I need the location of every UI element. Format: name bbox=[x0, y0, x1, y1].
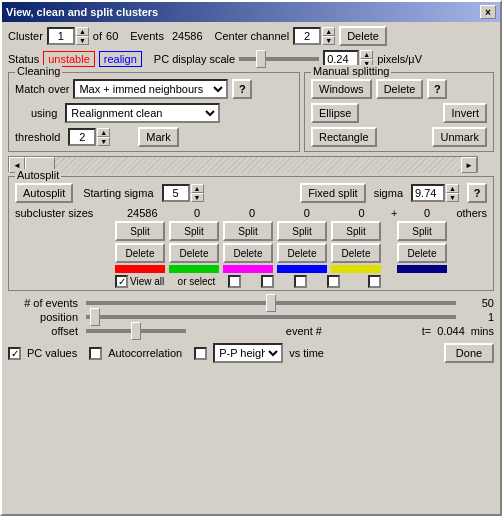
select-checkbox-0[interactable] bbox=[228, 275, 241, 288]
split-button-5[interactable]: Split bbox=[397, 221, 447, 241]
pp-height-checkbox[interactable] bbox=[194, 347, 207, 360]
using-label: using bbox=[31, 107, 57, 119]
ellipse-button[interactable]: Ellipse bbox=[311, 103, 359, 123]
autosplit-controls-row: Autosplit Starting sigma ▲ ▼ Fixed split… bbox=[15, 183, 487, 203]
delete-button-0[interactable]: Delete bbox=[115, 243, 165, 263]
ms-delete-button[interactable]: Delete bbox=[376, 79, 424, 99]
using-select[interactable]: Realignment clean Template clean No clea… bbox=[65, 103, 220, 123]
center-channel-spin-down[interactable]: ▼ bbox=[322, 36, 335, 45]
autosplit-help-button[interactable]: ? bbox=[467, 183, 487, 203]
sigma-spin-buttons: ▲ ▼ bbox=[446, 184, 459, 202]
window-title: View, clean and split clusters bbox=[6, 6, 158, 18]
select-checkbox-3[interactable] bbox=[327, 275, 340, 288]
split-button-3[interactable]: Split bbox=[277, 221, 327, 241]
starting-sigma-spinbox: ▲ ▼ bbox=[162, 184, 204, 202]
delete-button-4[interactable]: Delete bbox=[331, 243, 381, 263]
position-slider-row: position 1 bbox=[8, 311, 494, 323]
pc-display-scale-slider[interactable] bbox=[239, 57, 319, 61]
h-scroll-track[interactable] bbox=[25, 157, 461, 173]
realign-badge[interactable]: realign bbox=[99, 51, 142, 67]
color-bar-1 bbox=[169, 265, 219, 273]
or-select-label: or select bbox=[169, 276, 224, 287]
invert-button[interactable]: Invert bbox=[443, 103, 487, 123]
cluster-spin-up[interactable]: ▲ bbox=[76, 27, 89, 36]
scale-spin-up[interactable]: ▲ bbox=[360, 50, 373, 59]
autocorrelation-label: Autocorrelation bbox=[108, 347, 182, 359]
split-button-4[interactable]: Split bbox=[331, 221, 381, 241]
cleaning-help-button[interactable]: ? bbox=[232, 79, 252, 99]
pc-display-scale-label: PC display scale bbox=[154, 53, 235, 65]
ms-help-button[interactable]: ? bbox=[427, 79, 447, 99]
color-bar-5 bbox=[397, 265, 447, 273]
windows-button[interactable]: Windows bbox=[311, 79, 372, 99]
fixed-split-button[interactable]: Fixed split bbox=[300, 183, 366, 203]
using-row: using Realignment clean Template clean N… bbox=[15, 103, 293, 123]
cleaning-group: Cleaning Match over Max + immed neighbou… bbox=[8, 72, 300, 152]
starting-sigma-spin-up[interactable]: ▲ bbox=[191, 184, 204, 193]
subcluster-val-3: 0 bbox=[281, 207, 332, 219]
threshold-label: threshold bbox=[15, 131, 60, 143]
starting-sigma-input[interactable] bbox=[162, 184, 190, 202]
of-label: of bbox=[93, 30, 102, 42]
subcluster-val-5: 0 bbox=[402, 207, 453, 219]
h-scroll-right-button[interactable]: ► bbox=[461, 157, 477, 173]
position-slider[interactable] bbox=[86, 315, 456, 319]
select-checkbox-4[interactable] bbox=[368, 275, 381, 288]
done-button[interactable]: Done bbox=[444, 343, 494, 363]
cluster-spin-down[interactable]: ▼ bbox=[76, 36, 89, 45]
split-button-0[interactable]: Split bbox=[115, 221, 165, 241]
starting-sigma-label: Starting sigma bbox=[83, 187, 153, 199]
pc-values-checkbox[interactable]: ✓ bbox=[8, 347, 21, 360]
delete-button-3[interactable]: Delete bbox=[277, 243, 327, 263]
view-all-checkbox[interactable]: ✓ bbox=[115, 275, 128, 288]
offset-slider[interactable] bbox=[86, 329, 186, 333]
windows-row: Windows Delete ? bbox=[311, 79, 487, 99]
rectangle-button[interactable]: Rectangle bbox=[311, 127, 377, 147]
mark-button[interactable]: Mark bbox=[138, 127, 178, 147]
autosplit-button[interactable]: Autosplit bbox=[15, 183, 73, 203]
threshold-input[interactable] bbox=[68, 128, 96, 146]
autocorrelation-checkbox[interactable] bbox=[89, 347, 102, 360]
delete-button-1[interactable]: Delete bbox=[169, 243, 219, 263]
split-button-2[interactable]: Split bbox=[223, 221, 273, 241]
events-slider[interactable] bbox=[86, 301, 456, 305]
starting-sigma-spin-buttons: ▲ ▼ bbox=[191, 184, 204, 202]
sigma-spin-up[interactable]: ▲ bbox=[446, 184, 459, 193]
color-bar-3 bbox=[277, 265, 327, 273]
center-channel-spinbox: ▲ ▼ bbox=[293, 27, 335, 45]
events-slider-value: 50 bbox=[464, 297, 494, 309]
mins-label: mins bbox=[471, 325, 494, 337]
subcluster-val-1: 0 bbox=[172, 207, 223, 219]
cleaning-label: Cleaning bbox=[15, 65, 62, 77]
match-over-label: Match over bbox=[15, 83, 69, 95]
delete-button-5[interactable]: Delete bbox=[397, 243, 447, 263]
close-button[interactable]: × bbox=[480, 5, 496, 19]
threshold-spin-up[interactable]: ▲ bbox=[97, 128, 110, 137]
subcluster-sizes-label: subcluster sizes bbox=[15, 207, 113, 219]
split-button-1[interactable]: Split bbox=[169, 221, 219, 241]
delete-button-2[interactable]: Delete bbox=[223, 243, 273, 263]
sigma-input[interactable] bbox=[411, 184, 445, 202]
autosplit-section-label: Autosplit bbox=[15, 169, 61, 181]
starting-sigma-spin-down[interactable]: ▼ bbox=[191, 193, 204, 202]
delete-buttons-row: Delete Delete Delete Delete Delete Delet… bbox=[15, 243, 487, 263]
delete-cluster-button[interactable]: Delete bbox=[339, 26, 387, 46]
cluster-input[interactable] bbox=[47, 27, 75, 45]
subcluster-val-2: 0 bbox=[227, 207, 278, 219]
unmark-button[interactable]: Unmark bbox=[432, 127, 487, 147]
center-channel-spin-up[interactable]: ▲ bbox=[322, 27, 335, 36]
pp-height-select[interactable]: P-P height height width bbox=[213, 343, 283, 363]
subcluster-val-0: 24586 bbox=[117, 207, 168, 219]
sigma-spin-down[interactable]: ▼ bbox=[446, 193, 459, 202]
threshold-spin-down[interactable]: ▼ bbox=[97, 137, 110, 146]
pixels-label: pixels/µV bbox=[377, 53, 422, 65]
select-checkbox-1[interactable] bbox=[261, 275, 274, 288]
color-bar-4 bbox=[331, 265, 381, 273]
select-checkbox-2[interactable] bbox=[294, 275, 307, 288]
manual-splitting-label: Manual splitting bbox=[311, 65, 391, 77]
threshold-spinbox: ▲ ▼ bbox=[68, 128, 110, 146]
autosplit-section: Autosplit Autosplit Starting sigma ▲ ▼ F… bbox=[8, 176, 494, 291]
center-channel-input[interactable] bbox=[293, 27, 321, 45]
view-all-container: ✓ View all bbox=[115, 275, 165, 288]
match-over-select[interactable]: Max + immed neighbours Max only All neig… bbox=[73, 79, 228, 99]
